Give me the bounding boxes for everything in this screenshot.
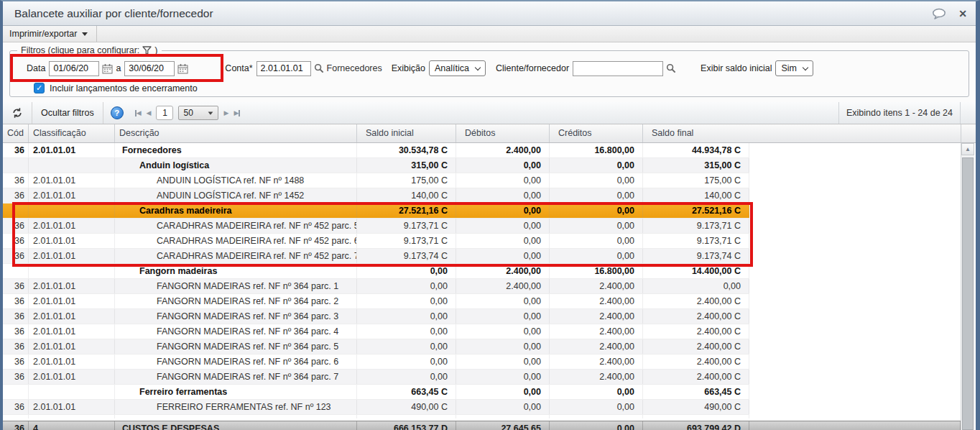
table-cell: 2.400,00 <box>456 143 550 157</box>
table-row[interactable]: 362.01.01.01FANGORN MADEIRAS ref. NF nº … <box>3 354 749 370</box>
hide-filters-label: Ocultar filtros <box>41 108 94 118</box>
page-number-input[interactable]: 1 <box>156 106 173 120</box>
account-input[interactable] <box>256 61 311 76</box>
table-row[interactable]: 362.01.01.01FANGORN MADEIRAS ref. NF nº … <box>3 294 749 309</box>
pager-first-icon[interactable]: ◀ <box>135 109 142 116</box>
show-opening-balance-select[interactable]: Sim <box>775 60 813 76</box>
table-row[interactable]: 362.01.01.01CARADHRAS MADEIREIRA ref. NF… <box>3 234 749 249</box>
show-opening-balance-label: Exibir saldo inicial <box>701 63 772 73</box>
filters-panel: Filtros (clique para configurar: ) Data <box>3 42 976 102</box>
filters-legend-text: Filtros (clique para configurar: <box>21 45 139 55</box>
table-row[interactable]: 362.01.01.01CARADHRAS MADEIREIRA ref. NF… <box>3 249 749 264</box>
print-export-label: Imprimir/exportar <box>9 29 77 39</box>
table-row[interactable]: 362.01.01.01CARADHRAS MADEIREIRA ref. NF… <box>3 219 749 234</box>
table-cell: 0,00 <box>456 385 550 399</box>
column-header[interactable]: Saldo inicial <box>357 124 456 142</box>
account-description: Fornecedores <box>327 63 382 73</box>
table-cell: 0,00 <box>456 294 550 308</box>
column-header[interactable]: Saldo final <box>643 124 961 142</box>
table-row[interactable]: 362.01.01.01FANGORN MADEIRAS ref. NF nº … <box>3 279 749 294</box>
table-row[interactable]: Fangorn madeiras0,002.400,0016.800,0014.… <box>3 264 749 279</box>
calendar-icon[interactable] <box>177 63 188 74</box>
table-cell: Caradhras madeireira <box>115 203 357 218</box>
table-cell: 490,00 C <box>643 400 749 414</box>
search-icon[interactable] <box>314 63 324 73</box>
help-icon[interactable]: ? <box>111 106 124 119</box>
table-cell: 36 <box>3 421 29 430</box>
table-cell: 2.01.01.01 <box>29 173 115 188</box>
table-cell: 2.01.01.01 <box>29 309 115 324</box>
table-cell: 2.01.01.01 <box>29 234 115 248</box>
hide-filters-button[interactable]: Ocultar filtros <box>32 102 103 124</box>
refresh-button[interactable] <box>3 102 32 124</box>
close-icon[interactable]: ✕ <box>958 8 967 19</box>
include-closing-entries-checkbox[interactable]: ✓ <box>34 83 45 93</box>
date-to-input[interactable] <box>124 61 175 76</box>
table-cell: 2.01.01.01 <box>29 324 115 339</box>
table-row[interactable]: 362.01.01.01FERREIRO FERRAMENTAS ref. NF… <box>3 400 749 415</box>
table-cell: 0,00 <box>456 324 550 339</box>
filters-legend[interactable]: Filtros (clique para configurar: ) <box>17 45 162 55</box>
table-row[interactable]: Anduin logística315,00 C0,000,00315,00 C <box>3 158 749 173</box>
column-header[interactable]: Cód <box>3 124 29 142</box>
table-cell: 2.01.01.01 <box>29 188 115 203</box>
print-export-button[interactable]: Imprimir/exportar <box>3 26 97 42</box>
client-supplier-label: Cliente/fornecedor <box>496 63 569 73</box>
table-cell: 2.400,00 <box>550 339 643 354</box>
table-cell: 2.01.01.01 <box>29 400 115 414</box>
scroll-up-icon[interactable]: ▲ <box>961 143 974 155</box>
calendar-icon[interactable] <box>102 63 113 74</box>
column-header[interactable]: Créditos <box>550 124 643 142</box>
table-row[interactable]: Ferreiro ferramentas663,45 C0,000,00663,… <box>3 385 749 400</box>
comment-icon[interactable] <box>932 8 947 19</box>
footer-filler <box>749 421 961 430</box>
table-cell <box>29 158 115 173</box>
table-row[interactable]: 362.01.01.01FANGORN MADEIRAS ref. NF nº … <box>3 324 749 339</box>
table-cell: 2.01.01.01 <box>29 143 115 157</box>
table-cell: 663,45 C <box>643 385 749 399</box>
table-cell: 0,00 <box>550 249 643 263</box>
search-icon[interactable] <box>666 63 676 73</box>
table-cell: 2.400,00 <box>550 279 643 293</box>
table-cell: 2.400,00 <box>456 279 550 293</box>
table-cell: 36 <box>3 173 29 188</box>
table-cell: 693.799,42 D <box>643 421 749 430</box>
column-header[interactable]: Classificação <box>29 124 115 142</box>
grid-footer-row[interactable]: 364CUSTOS E DESPESAS666.153,77 D27.645,6… <box>3 421 961 430</box>
client-supplier-input[interactable] <box>573 61 663 76</box>
table-cell: 0,00 <box>456 354 550 369</box>
grid-body: 362.01.01.01Fornecedores30.534,78 C2.400… <box>3 143 749 430</box>
grid-header-stub <box>961 124 976 143</box>
table-cell <box>29 385 115 399</box>
table-cell: 36 <box>3 339 29 354</box>
table-cell: 0,00 <box>357 279 456 293</box>
pager-next-icon[interactable]: ▶ <box>223 109 228 116</box>
date-from-input[interactable] <box>49 61 99 76</box>
table-cell: 36 <box>3 354 29 369</box>
column-header[interactable]: Descrição <box>115 124 357 142</box>
table-row-highlighted[interactable]: Caradhras madeireira27.521,16 C0,000,002… <box>3 203 749 219</box>
pager-last-icon[interactable]: ▶ <box>234 109 240 116</box>
table-row[interactable]: 362.01.01.01FANGORN MADEIRAS ref. NF nº … <box>3 370 749 385</box>
table-cell: 2.400,00 <box>550 309 643 324</box>
table-cell: 9.173,71 C <box>357 219 456 233</box>
table-cell: 0,00 <box>456 203 550 218</box>
display-mode-select[interactable]: Analítica <box>429 60 486 76</box>
pager-prev-icon[interactable]: ◀ <box>147 109 152 116</box>
table-cell: 2.01.01.01 <box>29 294 115 308</box>
table-cell: 0,00 <box>550 400 643 414</box>
page-size-select[interactable]: 50 <box>178 106 218 120</box>
table-cell: FANGORN MADEIRAS ref. NF nº 364 parc. 7 <box>115 370 357 384</box>
table-row[interactable]: 362.01.01.01FANGORN MADEIRAS ref. NF nº … <box>3 339 749 354</box>
scrollbar-thumb[interactable] <box>962 157 974 430</box>
table-cell: 0,00 <box>357 294 456 308</box>
date-label: Data <box>27 63 45 73</box>
vertical-scrollbar[interactable]: ▲ <box>961 143 974 430</box>
column-header[interactable]: Débitos <box>456 124 550 142</box>
table-row[interactable]: 362.01.01.01ANDUIN LOGÍSTICA ref. NF nº … <box>3 188 749 203</box>
table-cell: 2.01.01.01 <box>29 249 115 263</box>
table-row[interactable]: 362.01.01.01Fornecedores30.534,78 C2.400… <box>3 143 749 158</box>
table-row[interactable]: 362.01.01.01ANDUIN LOGÍSTICA ref. NF nº … <box>3 173 749 188</box>
table-row[interactable]: 362.01.01.01FANGORN MADEIRAS ref. NF nº … <box>3 309 749 324</box>
table-cell: 9.173,71 C <box>643 234 749 248</box>
